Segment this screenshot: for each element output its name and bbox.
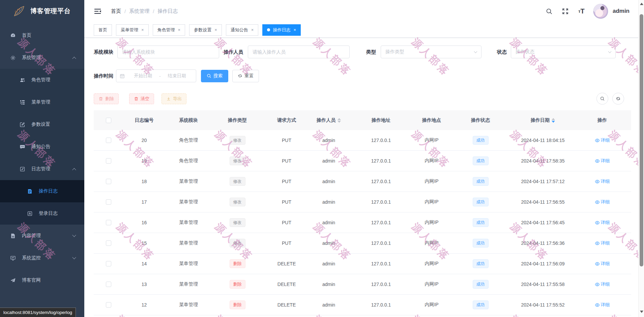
search-icon[interactable] [546, 8, 553, 15]
operlog-table: 日志编号系统模块操作类型请求方式操作人员操作地址操作地点操作状态操作日期操作 2… [94, 110, 631, 315]
sidebar-menu: 首页系统管理角色管理菜单管理参数设置通知公告日志管理操作日志登录日志内容管理系统… [0, 24, 84, 291]
tab-param[interactable]: 参数设置× [189, 24, 222, 36]
detail-link[interactable]: 详细 [595, 281, 610, 287]
search-icon [600, 96, 605, 101]
row-checkbox[interactable] [106, 282, 111, 287]
sidebar-collapse-icon[interactable] [94, 7, 101, 15]
date-range-picker[interactable]: 开始日期 - 结束日期 [116, 69, 196, 82]
scroll-up-arrow[interactable] [640, 3, 643, 5]
detail-link[interactable]: 详细 [595, 158, 610, 164]
column-header: 日志编号 [123, 117, 165, 123]
row-checkbox[interactable] [106, 240, 111, 246]
sort-caret[interactable] [552, 118, 555, 123]
cell-module: 角色管理 [165, 158, 212, 164]
sidebar-item-label: 通知公告 [31, 144, 50, 150]
tab-close-icon[interactable]: × [178, 27, 181, 32]
cell-module: 菜单管理 [165, 281, 212, 287]
detail-link[interactable]: 详细 [595, 220, 610, 226]
sidebar-item-system[interactable]: 系统管理 [0, 47, 84, 69]
detail-link[interactable]: 详细 [595, 240, 610, 246]
log-icon [20, 166, 25, 172]
detail-link-label: 详细 [601, 261, 610, 267]
sidebar-item-label: 系统监控 [22, 255, 41, 261]
scrollbar-thumb[interactable] [640, 14, 643, 266]
tab-menu[interactable]: 菜单管理× [116, 24, 149, 36]
cell-location: 内网IP [415, 137, 448, 143]
module-label: 系统模块 [94, 49, 113, 55]
edit-icon [20, 122, 25, 127]
select-all-checkbox[interactable] [106, 118, 111, 123]
clear-button[interactable]: 清空 [129, 93, 154, 104]
tab-label: 菜单管理 [121, 27, 138, 33]
cell-operator: admin [310, 302, 347, 308]
tab-close-icon[interactable]: × [251, 27, 254, 32]
search-button[interactable]: 搜索 [201, 70, 228, 82]
column-header[interactable]: 操作人员 [310, 117, 347, 123]
scroll-down-arrow[interactable] [640, 311, 643, 313]
sidebar-item-role[interactable]: 角色管理 [0, 69, 84, 91]
row-checkbox[interactable] [106, 261, 111, 266]
refresh-table-button[interactable] [612, 93, 624, 105]
detail-link[interactable]: 详细 [595, 137, 610, 143]
sidebar-item-loginlog[interactable]: 登录日志 [0, 202, 84, 225]
app-logo[interactable]: 博客管理平台 [0, 0, 84, 22]
tab-close-icon[interactable]: × [141, 27, 144, 32]
column-header-label: 操作状态 [471, 117, 490, 123]
row-checkbox[interactable] [106, 220, 111, 225]
page-scrollbar[interactable] [638, 0, 644, 317]
tab-close-icon[interactable]: × [293, 27, 296, 32]
sidebar-item-log[interactable]: 日志管理 [0, 158, 84, 180]
op-type-tag: 修改 [230, 218, 245, 227]
type-label: 类型 [366, 49, 376, 55]
export-button-label: 导出 [173, 96, 182, 102]
cell-date: 2024-04-11 17:57:12 [513, 179, 573, 184]
username[interactable]: admin [613, 8, 630, 15]
sidebar-item-blog[interactable]: 博客官网 [0, 269, 84, 291]
column-header: 操作地点 [415, 117, 448, 123]
sidebar-item-operlog[interactable]: 操作日志 [0, 180, 84, 202]
cell-module: 菜单管理 [165, 199, 212, 205]
tab-home[interactable]: 首页 [94, 24, 112, 36]
avatar[interactable] [593, 4, 608, 19]
sidebar-item-home[interactable]: 首页 [0, 24, 84, 47]
chevron-down-icon [72, 255, 76, 259]
operator-input[interactable] [248, 46, 350, 58]
tab-label: 角色管理 [157, 27, 175, 33]
row-checkbox[interactable] [106, 199, 111, 205]
sidebar-item-monitor[interactable]: 系统监控 [0, 247, 84, 269]
status-select[interactable]: 操作状态 [511, 46, 616, 58]
detail-link[interactable]: 详细 [595, 261, 610, 267]
cell-module: 菜单管理 [165, 220, 212, 226]
breadcrumb-home[interactable]: 首页 [111, 8, 121, 15]
column-header[interactable]: 操作日期 [513, 117, 573, 123]
fullscreen-icon[interactable] [562, 8, 569, 15]
eye-icon [595, 282, 601, 287]
sidebar-item-param[interactable]: 参数设置 [0, 113, 84, 136]
detail-link[interactable]: 详细 [595, 302, 610, 308]
show-search-button[interactable] [596, 93, 608, 105]
loginlog-icon [27, 211, 33, 217]
module-input[interactable] [117, 46, 219, 58]
users-icon [20, 77, 25, 83]
cell-address: 127.0.0.1 [347, 282, 415, 287]
detail-link[interactable]: 详细 [595, 178, 610, 184]
sidebar-item-content[interactable]: 内容管理 [0, 225, 84, 247]
sort-caret[interactable] [338, 118, 341, 123]
column-header-label: 请求方式 [277, 117, 296, 123]
delete-button[interactable]: 删除 [94, 93, 119, 104]
reset-button[interactable]: 重置 [232, 70, 259, 82]
tab-operlog[interactable]: 操作日志× [262, 24, 301, 36]
sidebar-item-menu[interactable]: 菜单管理 [0, 91, 84, 113]
row-checkbox[interactable] [106, 158, 111, 164]
row-checkbox[interactable] [106, 179, 111, 184]
type-select[interactable]: 操作类型 [381, 46, 481, 58]
tab-close-icon[interactable]: × [214, 27, 217, 32]
row-checkbox[interactable] [106, 302, 111, 308]
detail-link[interactable]: 详细 [595, 199, 610, 205]
sidebar-item-notice[interactable]: 通知公告 [0, 136, 84, 158]
tab-role[interactable]: 角色管理× [153, 24, 185, 36]
export-button[interactable]: 导出 [162, 93, 186, 104]
tab-notice[interactable]: 通知公告× [226, 24, 259, 36]
row-checkbox[interactable] [106, 138, 111, 143]
font-size-icon[interactable]: тT [578, 8, 585, 15]
